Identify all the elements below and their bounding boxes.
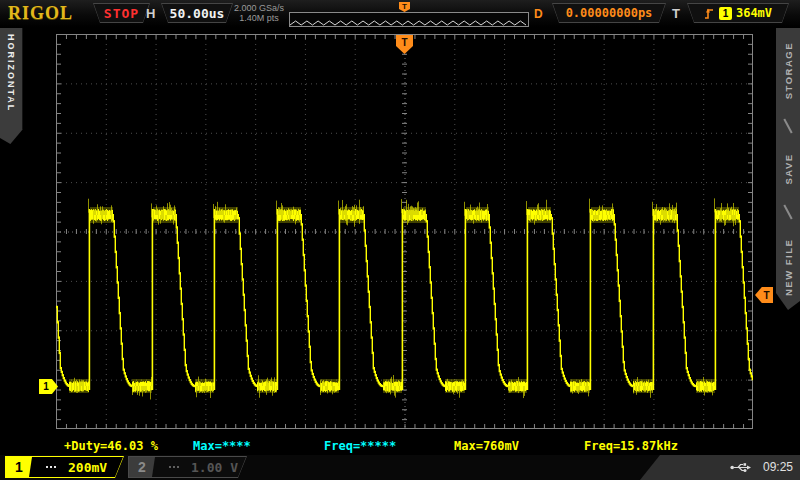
menu-separator (783, 119, 792, 134)
preview-waveform (290, 16, 526, 27)
usb-icon (730, 462, 752, 473)
menu-item-new-file[interactable]: NEW FILE (783, 239, 794, 296)
dc-coupling-icon (46, 466, 56, 468)
timebase-value: 50.00us (170, 6, 225, 21)
measurement-freq-ch1: Freq=15.87kHz (584, 439, 678, 453)
horizontal-menu-tab[interactable]: HORIZONTAL (0, 28, 23, 144)
memory-depth: 1.40M pts (231, 13, 287, 23)
menu-separator (783, 204, 792, 219)
run-status-text: STOP (104, 6, 139, 21)
oscilloscope-screen: RIGOL STOP H 50.00us 2.000 GSa/s 1.40M p… (0, 0, 800, 480)
acquisition-info: 2.000 GSa/s 1.40M pts (231, 3, 287, 23)
sample-rate: 2.000 GSa/s (231, 3, 287, 13)
trigger-delay-value: 0.00000000ps (566, 6, 653, 20)
channel2-badge[interactable]: 2 1.00 V (128, 456, 247, 478)
measurement-duty: +Duty=46.03 % (64, 439, 158, 453)
menu-item-save[interactable]: SAVE (783, 153, 794, 184)
storage-menu-sidebar: NEW FILE SAVE STORAGE (776, 28, 800, 310)
clock: 09:25 (763, 460, 793, 474)
dc-coupling-icon (169, 466, 179, 468)
measurement-max-ch1: Max=760mV (454, 439, 519, 453)
trigger-flag-icon[interactable]: T (399, 2, 410, 12)
channel1-number: 1 (6, 457, 32, 477)
trigger-label: T (672, 6, 680, 21)
delay-label: D (534, 7, 543, 21)
edge-trigger-icon (704, 7, 715, 20)
channel1-scale: 200mV (68, 460, 107, 475)
channel2-number: 2 (129, 457, 155, 477)
timebase-badge[interactable]: 50.00us (161, 3, 233, 23)
trigger-source-badge: 1 (719, 7, 732, 20)
trigger-status-badge[interactable]: 1 364mV (687, 3, 789, 23)
channel2-scale: 1.00 V (191, 460, 238, 475)
run-status-badge[interactable]: STOP (93, 3, 150, 23)
rigol-logo: RIGOL (8, 3, 73, 24)
record-preview-strip (289, 12, 529, 27)
measurement-freq-ch2: Freq=***** (324, 439, 396, 453)
trigger-level-marker[interactable]: T (755, 287, 773, 303)
measurement-max-ch2: Max=**** (193, 439, 251, 453)
trigger-level-value: 364mV (736, 6, 772, 20)
menu-item-storage[interactable]: STORAGE (783, 42, 794, 99)
bottom-status-bar: 1 200mV 2 1.00 V 09:25 (0, 455, 800, 480)
waveform-display[interactable] (56, 34, 753, 429)
trigger-delay-badge[interactable]: 0.00000000ps (552, 3, 666, 23)
horizontal-label: H (146, 6, 155, 21)
channel1-badge[interactable]: 1 200mV (5, 456, 124, 478)
top-status-bar: RIGOL STOP H 50.00us 2.000 GSa/s 1.40M p… (0, 0, 800, 28)
horizontal-tab-label: HORIZONTAL (6, 34, 16, 112)
